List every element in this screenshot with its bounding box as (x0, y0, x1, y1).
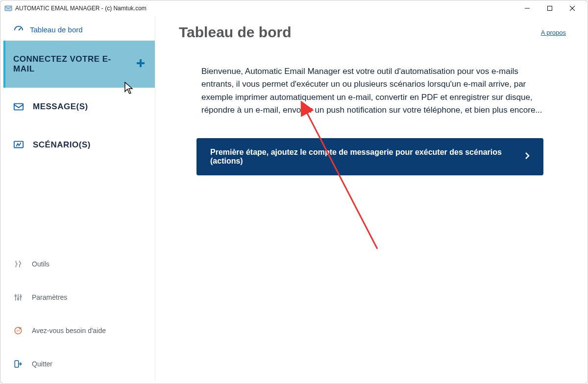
sidebar-item-label: CONNECTEZ VOTRE E-MAIL (13, 54, 127, 74)
sidebar-dashboard-label: Tableau de bord (30, 25, 83, 34)
sidebar-item-label: MESSAGE(S) (33, 102, 88, 112)
main-header: Tableau de bord A propos (174, 16, 566, 41)
sidebar-item-label: Avez-vous besoin d'aide (32, 327, 106, 335)
scenario-icon (13, 140, 24, 150)
minimize-button[interactable] (516, 1, 539, 16)
page-title: Tableau de bord (179, 24, 291, 41)
sidebar-item-scenarios[interactable]: SCÉNARIO(S) (3, 126, 155, 164)
about-link[interactable]: A propos (541, 29, 566, 36)
window-title: AUTOMATIC EMAIL MANAGER - (c) Namtuk.com (15, 5, 147, 12)
cta-label: Première étape, ajoutez le compte de mes… (210, 148, 519, 166)
titlebar[interactable]: AUTOMATIC EMAIL MANAGER - (c) Namtuk.com (0, 0, 588, 16)
app-window: AUTOMATIC EMAIL MANAGER - (c) Namtuk.com… (0, 0, 588, 384)
app-icon (4, 4, 12, 12)
svg-point-15 (20, 296, 22, 297)
sidebar-item-tools[interactable]: Outils (3, 247, 155, 281)
svg-rect-18 (15, 360, 19, 367)
exit-icon (13, 359, 23, 369)
svg-rect-2 (548, 6, 552, 11)
sidebar-item-settings[interactable]: Paramètres (3, 281, 155, 314)
window-controls (516, 1, 584, 16)
help-icon: 24 (13, 326, 23, 336)
welcome-text: Bienvenue, Automatic Email Manager est v… (201, 65, 543, 117)
sliders-icon (13, 292, 23, 302)
sidebar-item-label: Outils (32, 260, 49, 268)
sidebar-dashboard[interactable]: Tableau de bord (3, 16, 155, 41)
sidebar: Tableau de bord CONNECTEZ VOTRE E-MAIL M… (3, 16, 155, 381)
envelope-icon (13, 101, 24, 112)
svg-point-14 (18, 298, 19, 300)
add-account-button[interactable]: Première étape, ajoutez le compte de mes… (196, 138, 543, 175)
plus-icon[interactable] (136, 58, 145, 71)
sidebar-item-quit[interactable]: Quitter (3, 347, 155, 381)
sidebar-item-label: Paramètres (32, 293, 67, 301)
close-button[interactable] (561, 1, 584, 16)
sidebar-bottom: Outils Paramètres 24 Avez-vous besoin d'… (3, 247, 155, 381)
sidebar-nav: CONNECTEZ VOTRE E-MAIL MESSAGE(S) SCÉNA (3, 41, 155, 164)
sidebar-spacer (3, 164, 155, 247)
svg-rect-8 (14, 104, 23, 110)
svg-text:24: 24 (17, 329, 20, 332)
sidebar-item-label: SCÉNARIO(S) (33, 140, 91, 150)
sidebar-item-messages[interactable]: MESSAGE(S) (3, 88, 155, 126)
gauge-icon (13, 24, 24, 35)
sidebar-item-label: Quitter (32, 360, 52, 368)
app-body: Tableau de bord CONNECTEZ VOTRE E-MAIL M… (3, 16, 585, 381)
tools-icon (13, 259, 23, 269)
sidebar-item-help[interactable]: 24 Avez-vous besoin d'aide (3, 314, 155, 347)
chevron-right-icon (525, 152, 530, 161)
main-content: Tableau de bord A propos Bienvenue, Auto… (155, 16, 585, 381)
svg-rect-0 (5, 6, 12, 11)
svg-line-5 (19, 28, 21, 30)
maximize-button[interactable] (539, 1, 561, 16)
sidebar-item-connect-email[interactable]: CONNECTEZ VOTRE E-MAIL (3, 41, 155, 88)
svg-point-13 (15, 295, 16, 297)
